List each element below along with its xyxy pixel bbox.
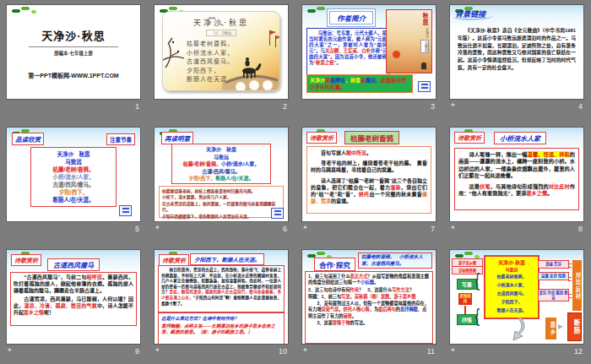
- poem-line: 小桥流水人家，: [485, 280, 538, 289]
- text-segment: 寄情于物: [333, 320, 350, 325]
- slide-cell-5: 品读欣赏 注意节奏 天净沙 秋思 马致远 枯藤/老树/昏鸦， 小桥/流水/人家，…: [0, 122, 148, 245]
- writing-mode-label: 抒情: [457, 314, 477, 325]
- verse-heading: 枯藤老树昏鸦: [344, 131, 399, 144]
- text-segment: 的写法。: [350, 320, 368, 325]
- text-segment: “古道西风瘦马”，与前二句: [14, 274, 87, 280]
- text-segment: 呢！: [44, 310, 54, 315]
- text-segment: 作用: [350, 287, 359, 292]
- text-segment: 渲染: [390, 185, 401, 190]
- poem-author: 马致远: [485, 266, 538, 272]
- slide-cell-7: 诗歌赏析 枯藤老树昏鸦 首句写旅人眼中所见。 苍老干枯的树上，缠绕着苍老干枯的藤…: [296, 122, 443, 245]
- text-segment: 深秋暮（晚）景图: [355, 294, 390, 299]
- lesson-subtitle: 部编本·七年级上册: [7, 50, 140, 57]
- text-segment: 小桥/流水/人家，: [221, 161, 259, 166]
- text-segment: 题目: [366, 78, 376, 83]
- template-footer: 第一PPT模板网-WWW.1PPT.COM: [7, 71, 140, 79]
- text-segment: 曲牌名: [330, 78, 345, 83]
- text-segment: 的意境。: [331, 198, 351, 204]
- slide-number: 2: [283, 102, 287, 111]
- text-segment: 铺垫: [344, 313, 352, 318]
- animation-star-icon[interactable]: ✦: [302, 346, 308, 354]
- analysis-paragraph: 诗人选择了“枯藤”“老树”“昏鸦”这三个各自独立的意象，把它们糅合在一起，着力渲…: [311, 177, 427, 205]
- text-segment: 小标题: [361, 280, 374, 285]
- vine-decoration-icon: [8, 5, 39, 16]
- slide-thumbnail-5[interactable]: 品读欣赏 注意节奏 天净沙 秋思 马致远 枯藤/老树/昏鸦， 小桥/流水/人家，…: [7, 128, 140, 221]
- animation-star-icon[interactable]: ✦: [302, 224, 308, 231]
- text-segment: 枯藤/老树/昏鸦，: [183, 161, 221, 166]
- text-segment: 2、这三句在诗中有何: [308, 287, 350, 292]
- nav-button-icon: [418, 81, 431, 92]
- discussion-box: 1、前三句采用了什么表达方式？从描写景物的角度和表现主题的角度分别给这三句拟一个…: [305, 271, 433, 344]
- animation-star-icon[interactable]: ✦: [450, 346, 456, 354]
- animation-star-icon[interactable]: ✦: [450, 224, 456, 231]
- poem-line: 马致远: [172, 154, 270, 161]
- slide-thumbnail-3[interactable]: 作者简介 马致远：号东篱，元代大都人，是当时著名的元曲作家，被人称为“元曲四大家…: [302, 5, 436, 99]
- text-segment: 伏笔: [480, 183, 491, 189]
- analysis-paragraph: “古道西风瘦马”，与前二句相呼应。萧瑟西风，吹打着孤独的旅人，掀起他单薄的衣襟。…: [14, 274, 133, 294]
- mood-label: 萧瑟 荒凉: [538, 260, 569, 269]
- question-line: 2、这三句在诗中有何作用？ 3、这是什么写作方法？: [308, 287, 430, 293]
- animation-star-icon[interactable]: ✦: [450, 101, 456, 109]
- section-tag: 诗歌赏析: [454, 132, 485, 144]
- homesick-label: 思乡: [545, 318, 556, 340]
- slide-number: 6: [283, 225, 287, 233]
- animation-star-icon[interactable]: ✦: [155, 224, 160, 231]
- animation-star-icon[interactable]: ✦: [7, 346, 13, 354]
- text-segment: 温馨、恬适、祥和: [528, 151, 570, 157]
- poem-line: 古道/西风/瘦马。: [172, 168, 270, 176]
- poem-line: 枯藤老树昏鸦，: [485, 272, 538, 280]
- text-segment: 直抒胸臆: [400, 307, 418, 312]
- curved-arrow-shape: [499, 316, 529, 342]
- slide-thumbnail-9[interactable]: 诗歌赏析 古道西风瘦马 “古道西风瘦马”，与前二句相呼应。萧瑟西风，吹打着孤独的…: [7, 250, 140, 344]
- analysis-paragraph: 古道荒凉，西风萧瑟，马已瘦弱，人何以堪？因此，凄凉、冷清、孤寂、愁苦的气氛中，诗…: [14, 296, 133, 316]
- animation-star-icon[interactable]: ✦: [155, 346, 160, 354]
- text-segment: ，与其他诗句形成强烈的: [491, 183, 549, 189]
- translation-line: 夕阳向西缓缓落下，悲伤断肠的人还漂泊在天涯。: [162, 214, 280, 220]
- text-segment: 对比反衬: [549, 183, 570, 189]
- text-segment: 表达方式: [350, 274, 368, 279]
- slide-cell-9: 诗歌赏析 古道西风瘦马 “古道西风瘦马”，与前二句相呼应。萧瑟西风，吹打着孤独的…: [0, 245, 148, 364]
- text-segment: 最后两句: [378, 307, 396, 312]
- slide-thumbnail-8[interactable]: 诗歌赏析 小桥流水人家 诗人笔锋一转，推出一幅温馨、恬适、祥和的画面——潺潺的流…: [450, 128, 583, 221]
- poem-summary-box: 天净沙·秋思 马致远 枯藤老树昏鸦， 小桥流水人家， 古道西风瘦马。 夕阳西下，…: [484, 255, 539, 319]
- sun-icon: [393, 51, 400, 58]
- slide-number: 11: [427, 347, 435, 356]
- poem-line: 马致远: [31, 158, 116, 166]
- slide-number: 10: [279, 347, 287, 356]
- translation-line: 小桥下，流水潺潺，旁边有几户人家。: [162, 194, 280, 200]
- analysis-paragraph: 这是伏笔，与其他诗句形成强烈的对比反衬作用：“他人有家我独无”，更添思乡之情。: [458, 183, 575, 198]
- text-segment: 首句写旅人: [311, 150, 346, 155]
- slide-cell-6: 再读明意 天净沙 秋思 马致远 枯藤/老树/昏鸦，小桥/流水/人家， 古道/西风…: [148, 122, 296, 245]
- slide-thumbnail-12[interactable]: 游子思乡图 深秋晚景图 写景 景物烘托 抒情 { { 天净沙·秋思 马致远 枯藤…: [450, 250, 583, 344]
- analysis-box: “古道西风瘦马”，与前二句相呼应。萧瑟西风，吹打着孤独的旅人，掀起他单薄的衣襟。…: [10, 272, 137, 326]
- connector-line: [568, 263, 572, 268]
- slide-thumbnail-7[interactable]: 诗歌赏析 枯藤老树昏鸦 首句写旅人眼中所见。 苍老干枯的树上，缠绕着苍老干枯的藤…: [302, 128, 436, 221]
- author-bio-box: 马致远：号东篱，元代大都人，是当时著名的元曲作家，被人称为“元曲四大家”之一，更…: [306, 28, 389, 80]
- text-segment: 凄凉、冷清、孤寂、愁苦的气氛: [24, 303, 97, 308]
- slide-thumbnail-1[interactable]: 天净沙·秋思 部编本·七年级上册 第一PPT模板网-WWW.1PPT.COM: [7, 5, 140, 99]
- text-segment: 天净沙: [310, 78, 325, 83]
- slide-thumbnail-10[interactable]: 诗歌赏析 夕阳西下，断肠人在天涯。 秋日的黄昏，荒凉的古道上，西风劲吹，落叶纷飞…: [155, 250, 288, 344]
- poem-line: 断肠人/在/天涯。: [31, 196, 116, 204]
- poem-title: 天净沙·秋思: [485, 258, 538, 266]
- verse-heading: 古道西风瘦马: [47, 258, 100, 271]
- writing-mode-label: 写景: [457, 279, 477, 290]
- slide-cell-1: 天净沙·秋思 部编本·七年级上册 第一PPT模板网-WWW.1PPT.COM 1: [0, 0, 148, 122]
- nav-button-icon: [271, 208, 284, 219]
- answer-line: 明确：1、前三句写景，深秋暮（晚）景图、游子思乡图: [308, 294, 430, 300]
- horse-rider-bridge-illustration: [162, 11, 279, 90]
- slide-cell-12: 游子思乡图 深秋晚景图 写景 景物烘托 抒情 { { 天净沙·秋思 马致远 枯藤…: [443, 245, 591, 364]
- slide-number: 5: [135, 225, 139, 233]
- slide-thumbnail-6[interactable]: 再读明意 天净沙 秋思 马致远 枯藤/老树/昏鸦，小桥/流水/人家， 古道/西风…: [155, 128, 288, 221]
- slide-thumbnail-2[interactable]: 天净沙·秋思 〔元〕马致远 枯藤老树昏鸦， 小桥流水人家， 古道西风瘦马。 夕阳…: [155, 5, 288, 99]
- slide-thumbnail-4[interactable]: 背景链接 《天净沙·秋思》选自《全元散曲》（中华书局1981年版）。这首小令是马…: [450, 5, 583, 99]
- section-heading: 背景链接: [455, 8, 485, 19]
- question-text: 这是什么表达方式？在诗中有何作用？: [161, 315, 281, 322]
- slide-thumbnail-11[interactable]: 合作·探究 枯藤老树昏鸦， 小桥流水人家，古道西风瘦马。 1、前三句采用了什么表…: [302, 250, 436, 344]
- text-segment: 1、前三句采用了什么: [308, 274, 350, 279]
- rhythm-poem-box: 天净沙 秋思 马致远 枯藤/老树/昏鸦， 小桥/流水/人家， 古道/西风/瘦马。…: [30, 147, 117, 207]
- poem-line: 天净沙 秋思: [31, 150, 116, 158]
- answer-line: 3、这是寄情于物的写法。: [308, 320, 430, 326]
- answer-text: 直抒胸臆，点明主旨——长期漂泊他乡的游子思乡念亲之苦、羁旅的愁思。（即：游子的羁…: [161, 323, 281, 336]
- poem-line: 断肠人在天涯。: [485, 306, 538, 314]
